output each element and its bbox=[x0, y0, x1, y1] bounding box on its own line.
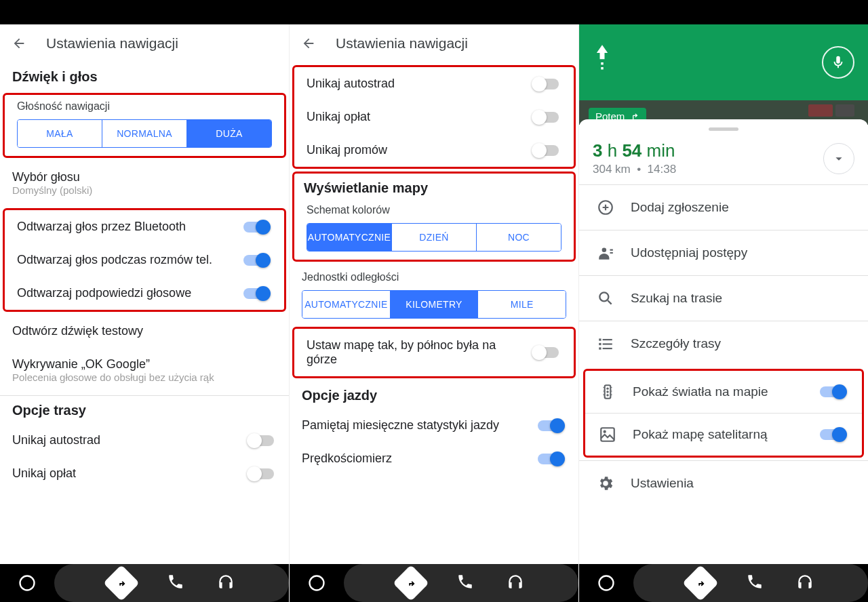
traffic-lights-item[interactable]: Pokaż światła na mapie bbox=[585, 371, 862, 413]
svg-point-15 bbox=[606, 390, 608, 393]
highlighted-north-up: Ustaw mapę tak, by północ była na górze bbox=[292, 327, 576, 378]
svg-point-19 bbox=[599, 576, 614, 590]
page-title: Ustawienia nawigacji bbox=[46, 35, 278, 52]
units-auto[interactable]: AUTOMATYCZNIE bbox=[302, 291, 390, 318]
avoid-tolls-label: Unikaj opłat bbox=[307, 110, 524, 124]
nav-phone-icon[interactable] bbox=[456, 573, 474, 593]
search-icon bbox=[597, 289, 614, 307]
hints-toggle[interactable] bbox=[243, 288, 269, 299]
svg-point-6 bbox=[599, 292, 608, 301]
nav-headphones-icon[interactable] bbox=[507, 573, 524, 593]
details-label: Szczegóły trasy bbox=[631, 336, 850, 351]
nav-phone-icon[interactable] bbox=[167, 573, 184, 593]
avoid-tolls-toggle[interactable] bbox=[533, 112, 559, 123]
satellite-toggle[interactable] bbox=[820, 429, 846, 440]
ok-google-label: Wykrywanie „OK Google” bbox=[12, 357, 277, 372]
avoid-highways-row[interactable]: Unikaj autostrad bbox=[0, 424, 289, 457]
calls-label: Odtwarzaj głos podczas rozmów tel. bbox=[17, 253, 234, 267]
settings-item[interactable]: Ustawienia bbox=[579, 460, 868, 506]
svg-point-0 bbox=[20, 576, 35, 590]
trip-arrival: 14:38 bbox=[648, 163, 677, 176]
continue-straight-icon bbox=[593, 43, 808, 81]
share-label: Udostępniaj postępy bbox=[631, 245, 850, 260]
lights-toggle[interactable] bbox=[820, 386, 846, 397]
calls-toggle[interactable] bbox=[243, 255, 269, 266]
nav-directions-icon[interactable] bbox=[103, 565, 140, 601]
voice-choice-row[interactable]: Wybór głosu Domyślny (polski) bbox=[0, 161, 289, 205]
avoid-highways-toggle[interactable] bbox=[248, 435, 274, 446]
north-up-row[interactable]: Ustaw mapę tak, by północ była na górze bbox=[294, 329, 574, 376]
avoid-tolls-label: Unikaj opłat bbox=[12, 466, 239, 481]
screenshot-1: Ustawienia nawigacji Dźwięk i głos Głośn… bbox=[0, 24, 289, 602]
bluetooth-row[interactable]: Odtwarzaj głos przez Bluetooth bbox=[5, 210, 284, 243]
voice-choice-sub: Domyślny (polski) bbox=[12, 184, 277, 196]
trip-time: 3 h 54 min bbox=[593, 140, 814, 161]
test-sound-row[interactable]: Odtwórz dźwięk testowy bbox=[0, 315, 289, 348]
search-route-item[interactable]: Szukaj na trasie bbox=[579, 275, 868, 321]
avoid-highways-toggle[interactable] bbox=[533, 79, 559, 89]
highlighted-color-scheme: Wyświetlanie mapy Schemat kolorów AUTOMA… bbox=[292, 172, 576, 262]
add-report-item[interactable]: Dodaj zgłoszenie bbox=[579, 184, 868, 230]
gear-icon bbox=[597, 475, 614, 492]
hints-row[interactable]: Odtwarzaj podpowiedzi głosowe bbox=[5, 277, 284, 310]
speedo-row[interactable]: Prędkościomierz bbox=[290, 442, 578, 475]
svg-rect-12 bbox=[603, 348, 612, 349]
color-scheme-segmented: AUTOMATYCZNIE DZIEŃ NOC bbox=[307, 223, 561, 252]
nav-circle-icon[interactable] bbox=[0, 564, 54, 602]
share-person-icon bbox=[597, 244, 614, 262]
satellite-map-item[interactable]: Pokaż mapę satelitarną bbox=[585, 413, 862, 456]
units-km[interactable]: KILOMETRY bbox=[390, 291, 478, 318]
route-details-item[interactable]: Szczegóły trasy bbox=[579, 321, 868, 366]
units-miles[interactable]: MILE bbox=[477, 291, 566, 318]
nav-phone-icon[interactable] bbox=[746, 573, 764, 593]
bottom-nav bbox=[290, 564, 578, 602]
back-icon[interactable] bbox=[11, 35, 27, 52]
voice-mic-button[interactable] bbox=[822, 46, 854, 79]
trip-sheet: 3 h 54 min 304 km • 14:38 Dodaj zgłoszen… bbox=[579, 119, 868, 564]
avoid-tolls-toggle[interactable] bbox=[248, 468, 274, 479]
section-driving: Opcje jazdy bbox=[290, 381, 578, 409]
avoid-highways-row[interactable]: Unikaj autostrad bbox=[294, 67, 574, 100]
avoid-highways-label: Unikaj autostrad bbox=[12, 433, 239, 447]
volume-small[interactable]: MAŁA bbox=[18, 120, 102, 147]
bottom-nav bbox=[579, 564, 868, 602]
north-up-toggle[interactable] bbox=[533, 347, 559, 358]
avoid-tolls-row[interactable]: Unikaj opłat bbox=[0, 457, 289, 490]
stats-row[interactable]: Pamiętaj miesięczne statystyki jazdy bbox=[290, 409, 578, 442]
nav-circle-icon[interactable] bbox=[579, 564, 633, 602]
test-sound-label: Odtwórz dźwięk testowy bbox=[12, 324, 277, 338]
color-night[interactable]: NOC bbox=[476, 224, 561, 251]
ok-google-row[interactable]: Wykrywanie „OK Google” Polecenia głosowe… bbox=[0, 348, 289, 395]
chevron-down-icon bbox=[831, 151, 846, 166]
stats-toggle[interactable] bbox=[538, 420, 564, 431]
units-label: Jednostki odległości bbox=[290, 271, 578, 283]
bluetooth-toggle[interactable] bbox=[243, 222, 269, 233]
svg-rect-9 bbox=[599, 347, 601, 349]
nav-headphones-icon[interactable] bbox=[217, 573, 235, 593]
nav-directions-icon[interactable] bbox=[393, 565, 429, 601]
avoid-tolls-row[interactable]: Unikaj opłat bbox=[294, 100, 574, 134]
bottom-nav bbox=[0, 564, 289, 602]
nav-directions-icon[interactable] bbox=[682, 565, 719, 601]
speedo-toggle[interactable] bbox=[538, 454, 564, 464]
color-auto[interactable]: AUTOMATYCZNIE bbox=[307, 224, 391, 251]
page-title: Ustawienia nawigacji bbox=[336, 35, 568, 52]
avoid-ferries-row[interactable]: Unikaj promów bbox=[294, 134, 574, 167]
svg-rect-17 bbox=[601, 428, 614, 441]
volume-label: Głośność nawigacji bbox=[5, 100, 284, 113]
expand-down-button[interactable] bbox=[823, 143, 854, 174]
section-sound: Dźwięk i głos bbox=[0, 62, 289, 90]
nav-headphones-icon[interactable] bbox=[796, 573, 814, 593]
nav-circle-icon[interactable] bbox=[290, 564, 344, 602]
svg-point-16 bbox=[606, 394, 608, 396]
volume-normal[interactable]: NORMALNA bbox=[102, 120, 186, 147]
back-icon[interactable] bbox=[300, 35, 317, 52]
triple-screenshot-stage: Ustawienia nawigacji Dźwięk i głos Głośn… bbox=[0, 24, 868, 602]
avoid-ferries-toggle[interactable] bbox=[533, 145, 559, 156]
share-progress-item[interactable]: Udostępniaj postępy bbox=[579, 230, 868, 275]
volume-large[interactable]: DUŻA bbox=[186, 120, 271, 147]
calls-row[interactable]: Odtwarzaj głos podczas rozmów tel. bbox=[5, 243, 284, 277]
sheet-handle[interactable] bbox=[709, 127, 738, 131]
north-up-label: Ustaw mapę tak, by północ była na górze bbox=[307, 338, 524, 367]
color-day[interactable]: DZIEŃ bbox=[391, 224, 476, 251]
